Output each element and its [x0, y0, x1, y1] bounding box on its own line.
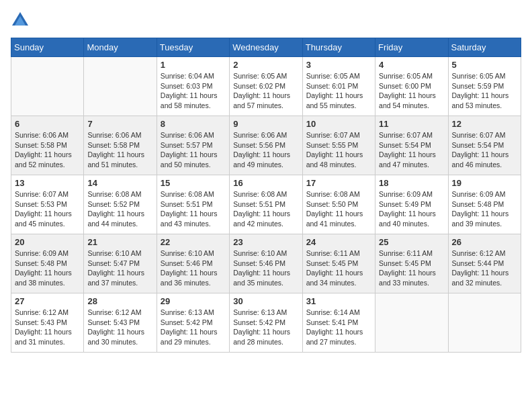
day-info: Sunrise: 6:04 AM Sunset: 6:03 PM Dayligh…	[161, 71, 226, 111]
day-info: Sunrise: 6:05 AM Sunset: 6:02 PM Dayligh…	[233, 71, 298, 111]
day-info: Sunrise: 6:08 AM Sunset: 5:52 PM Dayligh…	[87, 189, 152, 229]
calendar-cell: 29Sunrise: 6:13 AM Sunset: 5:42 PM Dayli…	[157, 293, 229, 353]
day-number: 17	[306, 178, 371, 188]
calendar-cell	[11, 57, 84, 116]
day-info: Sunrise: 6:08 AM Sunset: 5:51 PM Dayligh…	[233, 189, 298, 229]
calendar-week-4: 20Sunrise: 6:09 AM Sunset: 5:48 PM Dayli…	[11, 234, 521, 293]
weekday-header-saturday: Saturday	[448, 38, 521, 57]
calendar-cell: 16Sunrise: 6:08 AM Sunset: 5:51 PM Dayli…	[230, 175, 302, 234]
day-info: Sunrise: 6:07 AM Sunset: 5:55 PM Dayligh…	[306, 130, 371, 170]
calendar-body: 1Sunrise: 6:04 AM Sunset: 6:03 PM Daylig…	[11, 57, 521, 353]
day-info: Sunrise: 6:12 AM Sunset: 5:43 PM Dayligh…	[15, 308, 80, 347]
calendar-cell: 8Sunrise: 6:06 AM Sunset: 5:57 PM Daylig…	[157, 116, 229, 175]
day-info: Sunrise: 6:07 AM Sunset: 5:53 PM Dayligh…	[15, 189, 80, 229]
day-info: Sunrise: 6:05 AM Sunset: 5:59 PM Dayligh…	[452, 71, 517, 111]
day-number: 9	[233, 119, 298, 129]
day-number: 21	[87, 237, 152, 247]
calendar-cell: 12Sunrise: 6:07 AM Sunset: 5:54 PM Dayli…	[448, 116, 521, 175]
calendar-week-2: 6Sunrise: 6:06 AM Sunset: 5:58 PM Daylig…	[11, 116, 521, 175]
weekday-header-friday: Friday	[375, 38, 448, 57]
calendar-cell: 14Sunrise: 6:08 AM Sunset: 5:52 PM Dayli…	[84, 175, 157, 234]
day-info: Sunrise: 6:13 AM Sunset: 5:42 PM Dayligh…	[161, 308, 226, 347]
calendar-cell: 24Sunrise: 6:11 AM Sunset: 5:45 PM Dayli…	[302, 234, 375, 293]
calendar-cell: 19Sunrise: 6:09 AM Sunset: 5:48 PM Dayli…	[448, 175, 521, 234]
day-number: 29	[161, 296, 226, 306]
day-info: Sunrise: 6:10 AM Sunset: 5:47 PM Dayligh…	[87, 248, 152, 288]
calendar-cell: 27Sunrise: 6:12 AM Sunset: 5:43 PM Dayli…	[11, 293, 84, 353]
day-info: Sunrise: 6:09 AM Sunset: 5:48 PM Dayligh…	[452, 189, 517, 229]
day-number: 7	[87, 119, 152, 129]
calendar-cell: 31Sunrise: 6:14 AM Sunset: 5:41 PM Dayli…	[302, 293, 375, 353]
day-info: Sunrise: 6:10 AM Sunset: 5:46 PM Dayligh…	[233, 248, 298, 288]
day-number: 3	[306, 60, 371, 70]
calendar-cell: 28Sunrise: 6:12 AM Sunset: 5:43 PM Dayli…	[84, 293, 157, 353]
day-number: 20	[15, 237, 80, 247]
calendar-table: SundayMondayTuesdayWednesdayThursdayFrid…	[11, 38, 521, 353]
weekday-header-sunday: Sunday	[11, 38, 84, 57]
day-info: Sunrise: 6:12 AM Sunset: 5:43 PM Dayligh…	[87, 308, 152, 347]
calendar-cell: 26Sunrise: 6:12 AM Sunset: 5:44 PM Dayli…	[448, 234, 521, 293]
day-info: Sunrise: 6:09 AM Sunset: 5:49 PM Dayligh…	[379, 189, 444, 229]
day-info: Sunrise: 6:06 AM Sunset: 5:57 PM Dayligh…	[161, 130, 226, 170]
day-number: 28	[87, 296, 152, 306]
day-info: Sunrise: 6:08 AM Sunset: 5:51 PM Dayligh…	[161, 189, 226, 229]
day-number: 31	[306, 296, 371, 306]
calendar-cell: 10Sunrise: 6:07 AM Sunset: 5:55 PM Dayli…	[302, 116, 375, 175]
day-number: 16	[233, 178, 298, 188]
day-info: Sunrise: 6:06 AM Sunset: 5:56 PM Dayligh…	[233, 130, 298, 170]
day-info: Sunrise: 6:05 AM Sunset: 6:01 PM Dayligh…	[306, 71, 371, 111]
day-info: Sunrise: 6:11 AM Sunset: 5:45 PM Dayligh…	[306, 248, 371, 288]
day-number: 5	[452, 60, 517, 70]
day-number: 12	[452, 119, 517, 129]
calendar-week-5: 27Sunrise: 6:12 AM Sunset: 5:43 PM Dayli…	[11, 293, 521, 353]
day-info: Sunrise: 6:14 AM Sunset: 5:41 PM Dayligh…	[306, 308, 371, 347]
calendar-cell: 20Sunrise: 6:09 AM Sunset: 5:48 PM Dayli…	[11, 234, 84, 293]
day-number: 11	[379, 119, 444, 129]
day-info: Sunrise: 6:13 AM Sunset: 5:42 PM Dayligh…	[233, 308, 298, 347]
logo-icon	[11, 11, 30, 30]
day-info: Sunrise: 6:05 AM Sunset: 6:00 PM Dayligh…	[379, 71, 444, 111]
day-number: 26	[452, 237, 517, 247]
calendar-cell: 23Sunrise: 6:10 AM Sunset: 5:46 PM Dayli…	[230, 234, 302, 293]
calendar-cell: 13Sunrise: 6:07 AM Sunset: 5:53 PM Dayli…	[11, 175, 84, 234]
day-number: 13	[15, 178, 80, 188]
day-info: Sunrise: 6:06 AM Sunset: 5:58 PM Dayligh…	[15, 130, 80, 170]
calendar-cell	[84, 57, 157, 116]
weekday-header-row: SundayMondayTuesdayWednesdayThursdayFrid…	[11, 38, 521, 57]
day-number: 4	[379, 60, 444, 70]
calendar-cell: 3Sunrise: 6:05 AM Sunset: 6:01 PM Daylig…	[302, 57, 375, 116]
calendar-week-3: 13Sunrise: 6:07 AM Sunset: 5:53 PM Dayli…	[11, 175, 521, 234]
day-info: Sunrise: 6:07 AM Sunset: 5:54 PM Dayligh…	[452, 130, 517, 170]
day-number: 1	[161, 60, 226, 70]
calendar-cell: 4Sunrise: 6:05 AM Sunset: 6:00 PM Daylig…	[375, 57, 448, 116]
day-number: 25	[379, 237, 444, 247]
calendar-cell: 15Sunrise: 6:08 AM Sunset: 5:51 PM Dayli…	[157, 175, 229, 234]
day-number: 18	[379, 178, 444, 188]
weekday-header-monday: Monday	[84, 38, 157, 57]
page-header	[11, 11, 521, 30]
day-info: Sunrise: 6:08 AM Sunset: 5:50 PM Dayligh…	[306, 189, 371, 229]
calendar-cell	[448, 293, 521, 353]
day-number: 2	[233, 60, 298, 70]
logo	[11, 11, 32, 30]
weekday-header-tuesday: Tuesday	[157, 38, 229, 57]
day-info: Sunrise: 6:12 AM Sunset: 5:44 PM Dayligh…	[452, 248, 517, 288]
day-info: Sunrise: 6:11 AM Sunset: 5:45 PM Dayligh…	[379, 248, 444, 288]
day-info: Sunrise: 6:09 AM Sunset: 5:48 PM Dayligh…	[15, 248, 80, 288]
calendar-cell: 18Sunrise: 6:09 AM Sunset: 5:49 PM Dayli…	[375, 175, 448, 234]
day-number: 23	[233, 237, 298, 247]
calendar-cell: 1Sunrise: 6:04 AM Sunset: 6:03 PM Daylig…	[157, 57, 229, 116]
calendar-cell	[375, 293, 448, 353]
day-number: 10	[306, 119, 371, 129]
day-number: 8	[161, 119, 226, 129]
weekday-header-thursday: Thursday	[302, 38, 375, 57]
day-number: 6	[15, 119, 80, 129]
day-number: 14	[87, 178, 152, 188]
calendar-cell: 5Sunrise: 6:05 AM Sunset: 5:59 PM Daylig…	[448, 57, 521, 116]
day-info: Sunrise: 6:10 AM Sunset: 5:46 PM Dayligh…	[161, 248, 226, 288]
calendar-cell: 21Sunrise: 6:10 AM Sunset: 5:47 PM Dayli…	[84, 234, 157, 293]
calendar-cell: 22Sunrise: 6:10 AM Sunset: 5:46 PM Dayli…	[157, 234, 229, 293]
calendar-cell: 30Sunrise: 6:13 AM Sunset: 5:42 PM Dayli…	[230, 293, 302, 353]
calendar-cell: 17Sunrise: 6:08 AM Sunset: 5:50 PM Dayli…	[302, 175, 375, 234]
calendar-week-1: 1Sunrise: 6:04 AM Sunset: 6:03 PM Daylig…	[11, 57, 521, 116]
